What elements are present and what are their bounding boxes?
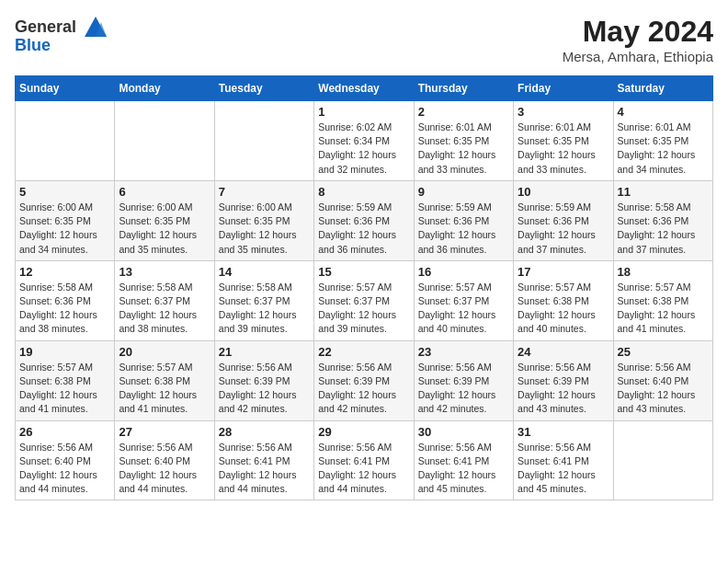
day-number: 9	[418, 185, 509, 199]
calendar-cell: 16Sunrise: 5:57 AM Sunset: 6:37 PM Dayli…	[414, 260, 513, 340]
calendar-cell: 7Sunrise: 6:00 AM Sunset: 6:35 PM Daylig…	[214, 180, 313, 260]
day-info: Sunrise: 5:57 AM Sunset: 6:38 PM Dayligh…	[19, 361, 110, 417]
logo-general: General	[15, 17, 76, 36]
day-number: 29	[318, 425, 409, 439]
calendar-week-row: 12Sunrise: 5:58 AM Sunset: 6:36 PM Dayli…	[16, 260, 713, 340]
day-info: Sunrise: 5:58 AM Sunset: 6:36 PM Dayligh…	[618, 201, 709, 257]
day-number: 1	[318, 105, 409, 119]
day-info: Sunrise: 5:57 AM Sunset: 6:38 PM Dayligh…	[518, 281, 609, 337]
calendar-body: 1Sunrise: 6:02 AM Sunset: 6:34 PM Daylig…	[16, 101, 713, 500]
day-number: 14	[219, 265, 310, 279]
calendar-cell: 31Sunrise: 5:56 AM Sunset: 6:41 PM Dayli…	[514, 420, 613, 500]
day-number: 6	[119, 185, 210, 199]
weekday-header-cell: Monday	[115, 76, 214, 101]
day-number: 20	[119, 345, 210, 359]
calendar-cell: 29Sunrise: 5:56 AM Sunset: 6:41 PM Dayli…	[314, 420, 414, 500]
logo-blue: Blue	[15, 36, 51, 54]
day-info: Sunrise: 5:56 AM Sunset: 6:39 PM Dayligh…	[318, 361, 409, 417]
day-number: 28	[219, 425, 310, 439]
day-number: 21	[219, 345, 310, 359]
calendar-cell: 5Sunrise: 6:00 AM Sunset: 6:35 PM Daylig…	[16, 180, 115, 260]
day-info: Sunrise: 5:58 AM Sunset: 6:37 PM Dayligh…	[119, 281, 210, 337]
calendar-cell: 23Sunrise: 5:56 AM Sunset: 6:39 PM Dayli…	[414, 340, 513, 420]
day-info: Sunrise: 5:56 AM Sunset: 6:41 PM Dayligh…	[219, 441, 310, 497]
weekday-header-cell: Thursday	[414, 76, 513, 101]
day-info: Sunrise: 5:58 AM Sunset: 6:37 PM Dayligh…	[219, 281, 310, 337]
calendar-cell: 8Sunrise: 5:59 AM Sunset: 6:36 PM Daylig…	[314, 180, 414, 260]
calendar-cell: 12Sunrise: 5:58 AM Sunset: 6:36 PM Dayli…	[16, 260, 115, 340]
day-info: Sunrise: 6:01 AM Sunset: 6:35 PM Dayligh…	[418, 121, 509, 177]
calendar-cell	[16, 101, 115, 181]
day-info: Sunrise: 5:56 AM Sunset: 6:40 PM Dayligh…	[618, 361, 709, 417]
day-number: 23	[418, 345, 509, 359]
day-info: Sunrise: 6:00 AM Sunset: 6:35 PM Dayligh…	[19, 201, 110, 257]
calendar-cell: 18Sunrise: 5:57 AM Sunset: 6:38 PM Dayli…	[613, 260, 712, 340]
calendar-cell: 27Sunrise: 5:56 AM Sunset: 6:40 PM Dayli…	[115, 420, 214, 500]
weekday-header-cell: Saturday	[613, 76, 712, 101]
day-info: Sunrise: 5:57 AM Sunset: 6:37 PM Dayligh…	[318, 281, 409, 337]
calendar-cell	[115, 101, 214, 181]
day-info: Sunrise: 5:56 AM Sunset: 6:40 PM Dayligh…	[119, 441, 210, 497]
day-number: 17	[518, 265, 609, 279]
day-info: Sunrise: 5:57 AM Sunset: 6:38 PM Dayligh…	[618, 281, 709, 337]
weekday-header-cell: Friday	[514, 76, 613, 101]
weekday-header-row: SundayMondayTuesdayWednesdayThursdayFrid…	[16, 76, 713, 101]
calendar-cell: 13Sunrise: 5:58 AM Sunset: 6:37 PM Dayli…	[115, 260, 214, 340]
calendar-week-row: 19Sunrise: 5:57 AM Sunset: 6:38 PM Dayli…	[16, 340, 713, 420]
day-info: Sunrise: 5:56 AM Sunset: 6:41 PM Dayligh…	[418, 441, 509, 497]
title-block: May 2024 Mersa, Amhara, Ethiopia	[563, 15, 713, 64]
calendar-cell: 30Sunrise: 5:56 AM Sunset: 6:41 PM Dayli…	[414, 420, 513, 500]
day-number: 12	[19, 265, 110, 279]
day-number: 30	[418, 425, 509, 439]
day-number: 3	[518, 105, 609, 119]
day-number: 5	[19, 185, 110, 199]
calendar-week-row: 1Sunrise: 6:02 AM Sunset: 6:34 PM Daylig…	[16, 101, 713, 181]
day-number: 25	[618, 345, 709, 359]
day-info: Sunrise: 5:57 AM Sunset: 6:38 PM Dayligh…	[119, 361, 210, 417]
day-info: Sunrise: 5:59 AM Sunset: 6:36 PM Dayligh…	[418, 201, 509, 257]
day-info: Sunrise: 5:59 AM Sunset: 6:36 PM Dayligh…	[318, 201, 409, 257]
day-number: 26	[19, 425, 110, 439]
day-number: 10	[518, 185, 609, 199]
calendar-cell: 21Sunrise: 5:56 AM Sunset: 6:39 PM Dayli…	[214, 340, 313, 420]
day-number: 4	[618, 105, 709, 119]
calendar-cell: 3Sunrise: 6:01 AM Sunset: 6:35 PM Daylig…	[514, 101, 613, 181]
day-number: 18	[618, 265, 709, 279]
calendar-cell: 24Sunrise: 5:56 AM Sunset: 6:39 PM Dayli…	[514, 340, 613, 420]
calendar-cell	[214, 101, 313, 181]
calendar-cell	[613, 420, 712, 500]
day-number: 15	[318, 265, 409, 279]
weekday-header-cell: Sunday	[16, 76, 115, 101]
calendar-table: SundayMondayTuesdayWednesdayThursdayFrid…	[15, 75, 713, 500]
day-info: Sunrise: 6:00 AM Sunset: 6:35 PM Dayligh…	[219, 201, 310, 257]
calendar-cell: 26Sunrise: 5:56 AM Sunset: 6:40 PM Dayli…	[16, 420, 115, 500]
calendar-cell: 20Sunrise: 5:57 AM Sunset: 6:38 PM Dayli…	[115, 340, 214, 420]
day-number: 24	[518, 345, 609, 359]
day-number: 19	[19, 345, 110, 359]
day-number: 27	[119, 425, 210, 439]
calendar-cell: 15Sunrise: 5:57 AM Sunset: 6:37 PM Dayli…	[314, 260, 414, 340]
calendar-cell: 6Sunrise: 6:00 AM Sunset: 6:35 PM Daylig…	[115, 180, 214, 260]
day-info: Sunrise: 6:01 AM Sunset: 6:35 PM Dayligh…	[518, 121, 609, 177]
day-info: Sunrise: 5:56 AM Sunset: 6:39 PM Dayligh…	[418, 361, 509, 417]
calendar-cell: 25Sunrise: 5:56 AM Sunset: 6:40 PM Dayli…	[613, 340, 712, 420]
calendar-cell: 4Sunrise: 6:01 AM Sunset: 6:35 PM Daylig…	[613, 101, 712, 181]
weekday-header-cell: Wednesday	[314, 76, 414, 101]
logo-icon	[83, 15, 108, 40]
day-info: Sunrise: 5:56 AM Sunset: 6:39 PM Dayligh…	[518, 361, 609, 417]
calendar-cell: 22Sunrise: 5:56 AM Sunset: 6:39 PM Dayli…	[314, 340, 414, 420]
day-number: 2	[418, 105, 509, 119]
calendar-week-row: 5Sunrise: 6:00 AM Sunset: 6:35 PM Daylig…	[16, 180, 713, 260]
day-info: Sunrise: 6:02 AM Sunset: 6:34 PM Dayligh…	[318, 121, 409, 177]
calendar-cell: 28Sunrise: 5:56 AM Sunset: 6:41 PM Dayli…	[214, 420, 313, 500]
day-info: Sunrise: 5:56 AM Sunset: 6:41 PM Dayligh…	[518, 441, 609, 497]
day-number: 11	[618, 185, 709, 199]
day-info: Sunrise: 5:57 AM Sunset: 6:37 PM Dayligh…	[418, 281, 509, 337]
day-info: Sunrise: 5:56 AM Sunset: 6:40 PM Dayligh…	[19, 441, 110, 497]
location: Mersa, Amhara, Ethiopia	[563, 49, 713, 64]
calendar-cell: 2Sunrise: 6:01 AM Sunset: 6:35 PM Daylig…	[414, 101, 513, 181]
day-info: Sunrise: 5:58 AM Sunset: 6:36 PM Dayligh…	[19, 281, 110, 337]
calendar-week-row: 26Sunrise: 5:56 AM Sunset: 6:40 PM Dayli…	[16, 420, 713, 500]
weekday-header-cell: Tuesday	[214, 76, 313, 101]
day-info: Sunrise: 6:01 AM Sunset: 6:35 PM Dayligh…	[618, 121, 709, 177]
